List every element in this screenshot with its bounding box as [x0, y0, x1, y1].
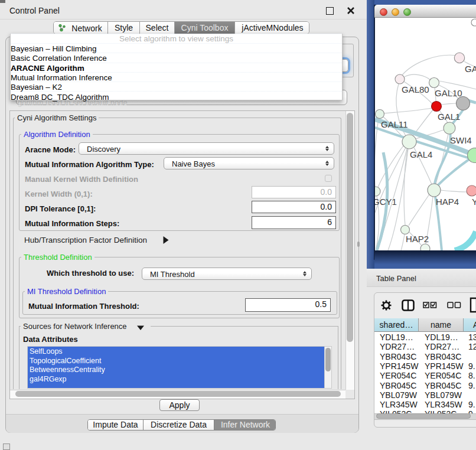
svg-text:HAP2: HAP2: [406, 234, 429, 244]
svg-text:GAL1: GAL1: [438, 112, 460, 122]
svg-text:SWI4: SWI4: [450, 135, 472, 145]
svg-text:GAL80: GAL80: [402, 84, 429, 94]
svg-text:GAL4: GAL4: [410, 149, 432, 159]
svg-text:HAP4: HAP4: [436, 197, 459, 207]
svg-text:GAL10: GAL10: [435, 88, 462, 98]
svg-text:GAL11: GAL11: [381, 119, 408, 129]
svg-text:GCY1: GCY1: [375, 197, 397, 207]
svg-text:Y: Y: [472, 197, 476, 207]
svg-text:GAL: GAL: [465, 64, 476, 74]
